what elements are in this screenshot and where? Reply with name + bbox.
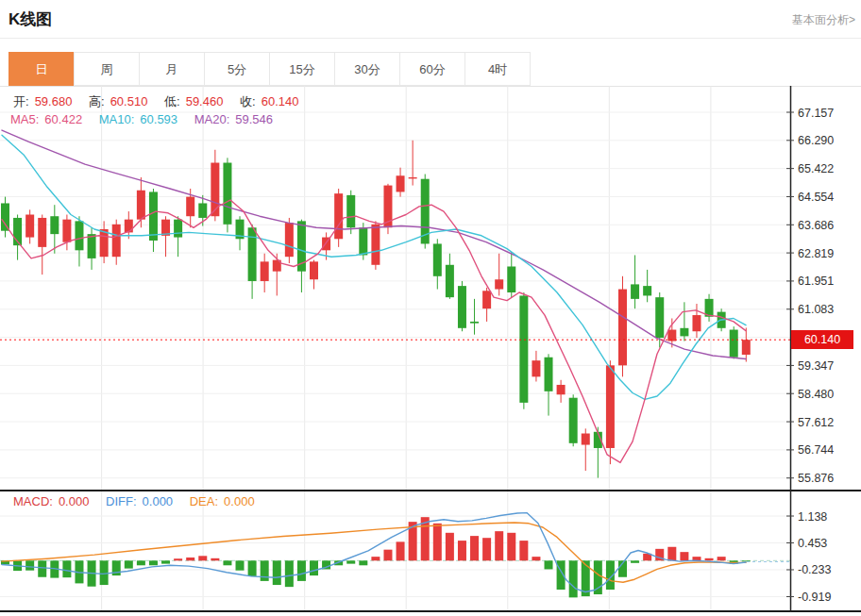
price-axis-label: 59.347 [798, 359, 834, 373]
current-price-badge: 60.140 [791, 330, 853, 349]
chart-area: 67.15766.29065.42264.55463.68662.81961.9… [0, 86, 861, 616]
price-axis-label: 57.612 [798, 416, 834, 429]
price-axis-label: 62.819 [798, 247, 834, 260]
price-axis-label: 66.290 [798, 134, 834, 147]
page-title: K线图 [8, 8, 52, 30]
macd-axis-label: 1.138 [798, 510, 827, 524]
price-axis-label: 61.083 [798, 303, 834, 316]
page-header: K线图 基本面分析> [0, 0, 861, 39]
price-axis-label: 58.480 [798, 388, 834, 401]
macd-chart[interactable]: 1.1380.453-0.233-0.919 [0, 490, 861, 616]
tab-15分[interactable]: 15分 [269, 52, 335, 86]
tab-周[interactable]: 周 [74, 52, 140, 86]
tab-4时[interactable]: 4时 [464, 52, 531, 86]
tab-日[interactable]: 日 [8, 52, 75, 86]
price-axis-label: 63.686 [798, 219, 834, 232]
fundamental-analysis-link[interactable]: 基本面分析> [792, 12, 855, 28]
macd-axis-label: -0.919 [798, 591, 831, 604]
macd-axis-label: 0.453 [798, 537, 827, 550]
price-axis-label: 61.951 [798, 275, 834, 288]
tab-月[interactable]: 月 [139, 52, 205, 86]
price-axis-label: 55.876 [798, 472, 834, 485]
price-axis-label: 65.422 [798, 162, 834, 175]
price-axis-label: 56.744 [798, 443, 834, 457]
kline-page: K线图 基本面分析> 日周月5分15分30分60分4时 67.15766.290… [0, 0, 861, 616]
price-axis-label: 64.554 [798, 191, 834, 204]
tab-30分[interactable]: 30分 [334, 52, 400, 86]
tab-60分[interactable]: 60分 [399, 52, 465, 86]
price-axis-label: 67.157 [798, 107, 834, 120]
candlestick-chart[interactable]: 67.15766.29065.42264.55463.68662.81961.9… [0, 86, 861, 490]
period-tabbar: 日周月5分15分30分60分4时 [0, 52, 861, 87]
tab-5分[interactable]: 5分 [204, 52, 270, 86]
macd-axis-label: -0.233 [798, 563, 831, 576]
